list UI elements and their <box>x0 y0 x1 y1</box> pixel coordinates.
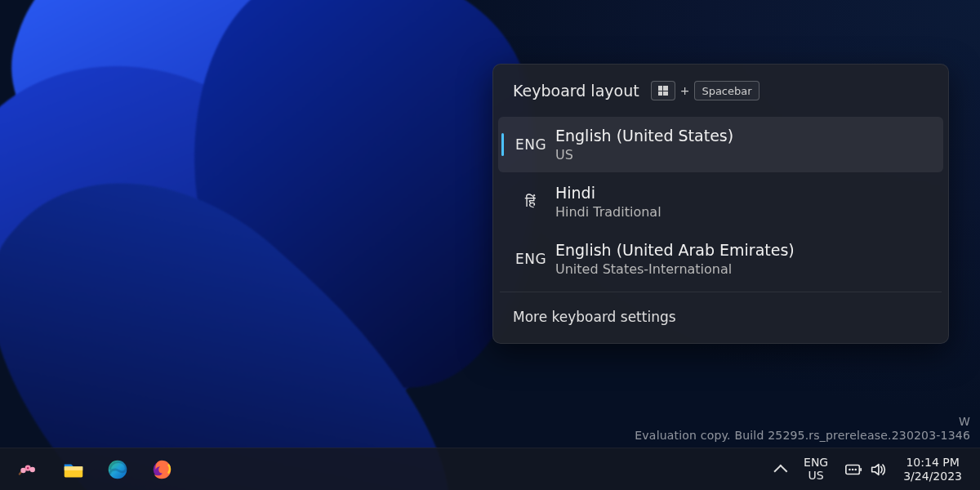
taskbar-app-file-explorer[interactable] <box>54 452 93 488</box>
layout-name: English (United Arab Emirates) <box>555 241 795 259</box>
chevron-up-icon <box>777 465 787 474</box>
watermark-line1: W <box>635 415 970 429</box>
firefox-icon <box>149 457 174 482</box>
taskbar-app-edge[interactable] <box>98 452 137 488</box>
ime-layout: US <box>808 470 824 482</box>
taskbar-app-widgets[interactable] <box>10 452 49 488</box>
keyboard-layout-flyout: Keyboard layout + Spacebar ENG English (… <box>492 64 949 344</box>
volume-icon <box>869 461 887 479</box>
selection-indicator <box>501 133 504 156</box>
layout-code: ENG <box>506 136 555 153</box>
shortcut-plus: + <box>680 84 690 97</box>
blossom-icon <box>17 457 42 482</box>
more-keyboard-settings-link[interactable]: More keyboard settings <box>498 297 943 338</box>
svg-point-2 <box>30 466 35 471</box>
svg-point-12 <box>855 468 858 470</box>
flyout-title: Keyboard layout <box>513 82 639 100</box>
keyboard-layout-item[interactable]: ENG English (United Arab Emirates) Unite… <box>498 231 943 287</box>
svg-point-11 <box>852 468 854 470</box>
flyout-shortcut: + Spacebar <box>651 81 760 100</box>
tray-clock-button[interactable]: 10:14 PM 3/24/2023 <box>895 452 970 488</box>
layout-sub: US <box>555 147 733 163</box>
network-icon <box>844 461 862 479</box>
taskbar-pinned-apps <box>10 452 181 488</box>
keyboard-layout-item[interactable]: हिं Hindi Hindi Traditional <box>498 174 943 229</box>
folder-icon <box>61 457 86 482</box>
keyboard-layout-item[interactable]: ENG English (United States) US <box>498 117 943 172</box>
tray-quick-settings-button[interactable] <box>838 452 893 488</box>
layout-sub: Hindi Traditional <box>555 204 662 220</box>
ime-lang: ENG <box>804 457 828 469</box>
layout-sub: United States-International <box>555 261 795 277</box>
clock-time: 10:14 PM <box>906 456 959 469</box>
taskbar-app-firefox[interactable] <box>142 452 181 488</box>
keyboard-layout-list: ENG English (United States) US हिं Hindi… <box>498 117 943 287</box>
tray-input-method-button[interactable]: ENG US <box>795 452 836 488</box>
layout-name: Hindi <box>555 184 662 202</box>
svg-point-3 <box>27 467 29 469</box>
edge-icon <box>105 457 130 482</box>
layout-code: हिं <box>506 193 555 211</box>
desktop-watermark: W Evaluation copy. Build 25295.rs_prerel… <box>635 415 970 443</box>
spacebar-key: Spacebar <box>694 81 759 100</box>
taskbar-system-tray: ENG US 10:14 PM 3/24/2023 <box>771 452 970 488</box>
windows-key-icon <box>651 81 675 100</box>
tray-overflow-button[interactable] <box>771 452 794 488</box>
layout-name: English (United States) <box>555 127 733 145</box>
taskbar: ENG US 10:14 PM 3/24/2023 <box>0 448 980 490</box>
svg-rect-5 <box>65 466 83 470</box>
svg-rect-9 <box>860 468 862 471</box>
svg-point-10 <box>849 468 851 470</box>
flyout-header: Keyboard layout + Spacebar <box>498 69 943 117</box>
watermark-line2: Evaluation copy. Build 25295.rs_prerelea… <box>635 429 970 443</box>
clock-date: 3/24/2023 <box>903 470 962 483</box>
layout-code: ENG <box>506 251 555 267</box>
flyout-separator <box>500 292 942 292</box>
